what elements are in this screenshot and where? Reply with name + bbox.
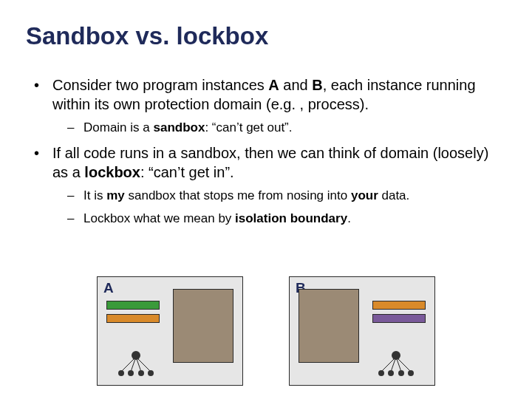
bullet-list: Consider two program instances A and B, … — [26, 76, 506, 228]
svg-point-15 — [388, 370, 394, 376]
text: sandbox that stops me from nosing into — [125, 188, 351, 202]
slide: Sandbox vs. lockbox Consider two program… — [0, 0, 532, 228]
memory-block — [299, 289, 359, 363]
process-tree-icon — [114, 349, 158, 379]
diagram-row: A B — [0, 276, 532, 386]
resource-bar — [106, 301, 160, 310]
memory-block — [173, 289, 233, 363]
text: Domain is a — [83, 120, 153, 134]
process-tree-icon — [374, 349, 418, 379]
resource-bar — [372, 314, 426, 323]
svg-point-16 — [398, 370, 404, 376]
text-bold: B — [312, 77, 322, 93]
resource-bar — [106, 314, 160, 323]
text-bold: your — [351, 188, 378, 202]
text: It is — [83, 188, 106, 202]
svg-point-4 — [132, 351, 140, 360]
svg-point-5 — [118, 370, 124, 376]
text: Lockbox what we mean by — [83, 211, 235, 225]
text: : “can’t get out”. — [205, 120, 292, 134]
text: and — [279, 77, 312, 93]
svg-point-7 — [138, 370, 144, 376]
svg-point-13 — [392, 351, 400, 360]
svg-point-17 — [408, 370, 414, 376]
text: : “can’t get in”. — [140, 164, 234, 180]
text-bold: my — [106, 188, 125, 202]
slide-title: Sandbox vs. lockbox — [26, 22, 506, 50]
sub-bullet: It is my sandbox that stops me from nosi… — [67, 188, 506, 205]
domain-box-a: A — [97, 276, 243, 386]
resource-bar — [372, 301, 426, 310]
bullet-1: Consider two program instances A and B, … — [32, 76, 506, 137]
text-bold: isolation boundary — [235, 211, 347, 225]
svg-point-8 — [148, 370, 154, 376]
box-label-a: A — [103, 280, 114, 296]
text: data. — [378, 188, 410, 202]
text: . — [347, 211, 351, 225]
sub-bullet: Domain is a sandbox: “can’t get out”. — [67, 120, 506, 137]
text-bold: sandbox — [153, 120, 205, 134]
domain-box-b: B — [289, 276, 435, 386]
bullet-2: If all code runs in a sandbox, then we c… — [32, 144, 506, 228]
text: Consider two program instances — [52, 77, 268, 93]
sub-bullet: Lockbox what we mean by isolation bounda… — [67, 211, 506, 228]
svg-point-6 — [128, 370, 134, 376]
text-bold: A — [268, 77, 279, 93]
svg-point-14 — [378, 370, 384, 376]
text-bold: lockbox — [84, 164, 140, 180]
sub-bullet-list: It is my sandbox that stops me from nosi… — [52, 188, 506, 228]
sub-bullet-list: Domain is a sandbox: “can’t get out”. — [52, 120, 506, 137]
